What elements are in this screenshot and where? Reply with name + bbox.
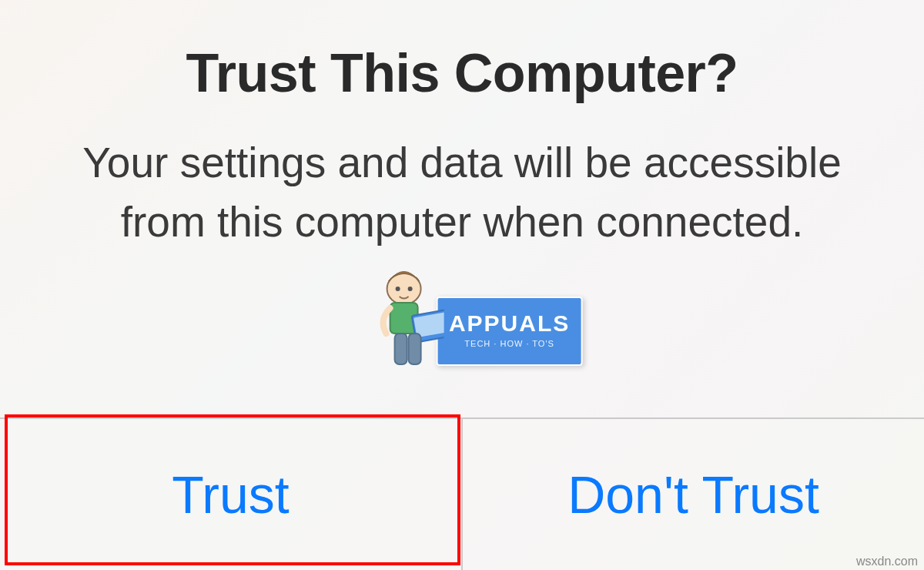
- dialog-button-row: Trust Don't Trust: [0, 417, 924, 570]
- dont-trust-button[interactable]: Don't Trust: [463, 419, 924, 570]
- trust-dialog: Trust This Computer? Your settings and d…: [0, 0, 924, 570]
- dialog-title: Trust This Computer?: [186, 42, 738, 104]
- dialog-message: Your settings and data will be accessibl…: [58, 133, 866, 252]
- trust-button[interactable]: Trust: [0, 419, 461, 570]
- source-attribution: wsxdn.com: [856, 555, 918, 568]
- dialog-content: Trust This Computer? Your settings and d…: [0, 0, 924, 417]
